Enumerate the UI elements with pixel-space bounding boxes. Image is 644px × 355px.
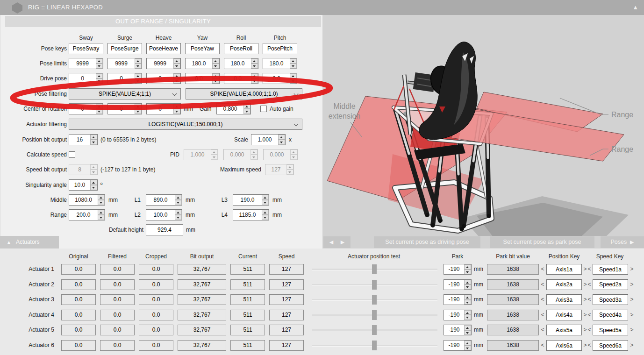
actuator-position-slider[interactable]: [312, 310, 437, 320]
gain-spinner[interactable]: 0.800: [216, 103, 251, 114]
auto-gain-checkbox[interactable]: [260, 106, 267, 112]
speed-key-input[interactable]: [593, 294, 628, 305]
speed-key-prev-icon[interactable]: <: [587, 310, 592, 320]
spin-down-icon[interactable]: [96, 109, 103, 114]
speed-key-input[interactable]: [593, 340, 628, 351]
spin-up-icon[interactable]: [173, 58, 180, 64]
slider-handle[interactable]: [372, 280, 377, 290]
speed-key-input[interactable]: [593, 325, 628, 335]
spin-down-icon[interactable]: [464, 270, 471, 275]
park-spinner[interactable]: -190: [444, 279, 472, 290]
spin-down-icon[interactable]: [464, 315, 471, 320]
l4-spinner[interactable]: 1185.0: [233, 209, 269, 220]
spin-up-icon[interactable]: [464, 295, 471, 300]
previous-pose-icon[interactable]: ◀: [326, 236, 337, 248]
slider-handle[interactable]: [372, 295, 377, 305]
spin-down-icon[interactable]: [175, 200, 182, 205]
spin-up-icon[interactable]: [98, 210, 105, 215]
position-key-input[interactable]: [546, 279, 582, 290]
speed-key-next-icon[interactable]: >: [630, 294, 634, 305]
park-spinner[interactable]: -190: [444, 294, 472, 305]
pose-filter-2-dropdown[interactable]: SPIKE(VALUE;4.000;1;1.0): [186, 88, 302, 99]
position-key-input[interactable]: [546, 340, 582, 351]
spin-up-icon[interactable]: [464, 280, 471, 285]
speed-key-input[interactable]: [593, 279, 628, 290]
drive-pose-heave-spinner[interactable]: 0: [146, 73, 181, 84]
pose-key-pitch-input[interactable]: [263, 43, 297, 54]
spin-up-icon[interactable]: [212, 58, 219, 64]
spin-down-icon[interactable]: [251, 78, 258, 84]
drive-pose-pitch-spinner[interactable]: 0.0: [263, 73, 297, 84]
pose-limit-pitch-spinner[interactable]: 180.0: [263, 58, 297, 69]
speed-key-input[interactable]: [593, 264, 628, 275]
pose-filter-1-dropdown[interactable]: SPIKE(VALUE;4;1;1): [69, 88, 181, 99]
middle-spinner[interactable]: 1080.0: [69, 194, 105, 206]
spin-up-icon[interactable]: [262, 210, 269, 215]
spin-down-icon[interactable]: [135, 64, 142, 69]
position-key-prev-icon[interactable]: <: [540, 325, 545, 335]
spin-down-icon[interactable]: [98, 200, 105, 205]
drive-pose-roll-spinner[interactable]: 0.0: [224, 73, 258, 84]
scale-spinner[interactable]: 1.000: [251, 134, 286, 145]
position-bit-output-spinner[interactable]: 16: [69, 134, 98, 145]
spin-down-icon[interactable]: [175, 215, 182, 220]
spin-down-icon[interactable]: [464, 284, 471, 290]
center-rotation-z-spinner[interactable]: 0: [146, 103, 181, 114]
spin-up-icon[interactable]: [175, 195, 182, 200]
default-height-input[interactable]: [146, 224, 183, 235]
speed-key-prev-icon[interactable]: <: [587, 264, 592, 275]
spin-up-icon[interactable]: [90, 180, 97, 185]
spin-up-icon[interactable]: [243, 104, 250, 109]
pose-key-surge-input[interactable]: [107, 43, 142, 54]
spin-down-icon[interactable]: [251, 64, 258, 69]
spin-down-icon[interactable]: [212, 78, 219, 84]
speed-key-prev-icon[interactable]: <: [587, 294, 592, 305]
spin-up-icon[interactable]: [290, 73, 297, 78]
set-park-pose-button[interactable]: Set current pose as park pose: [490, 236, 594, 248]
collapse-window-icon[interactable]: ▲: [632, 0, 638, 15]
pose-limit-yaw-spinner[interactable]: 180.0: [185, 58, 220, 69]
l3-spinner[interactable]: 190.0: [233, 194, 269, 206]
actuator-position-slider[interactable]: [312, 340, 437, 351]
spin-down-icon[interactable]: [464, 330, 471, 335]
spin-up-icon[interactable]: [251, 73, 258, 78]
pose-key-yaw-input[interactable]: [185, 43, 220, 54]
spin-up-icon[interactable]: [251, 58, 258, 64]
spin-down-icon[interactable]: [278, 140, 285, 145]
speed-key-next-icon[interactable]: >: [630, 279, 634, 290]
tab-actuators[interactable]: ▲Actuators: [0, 236, 59, 248]
drive-pose-yaw-spinner[interactable]: 0.0: [185, 73, 220, 84]
park-spinner[interactable]: -190: [444, 325, 472, 335]
park-spinner[interactable]: -190: [444, 310, 472, 320]
speed-key-prev-icon[interactable]: <: [587, 340, 592, 351]
position-key-prev-icon[interactable]: <: [540, 294, 545, 305]
position-key-input[interactable]: [546, 325, 582, 335]
speed-key-prev-icon[interactable]: <: [587, 325, 592, 335]
park-spinner[interactable]: -190: [444, 340, 472, 351]
position-key-input[interactable]: [546, 294, 582, 305]
pose-limit-heave-spinner[interactable]: 9999: [146, 58, 181, 69]
spin-up-icon[interactable]: [135, 73, 142, 78]
spin-up-icon[interactable]: [135, 58, 142, 64]
set-driving-pose-button[interactable]: Set current pose as driving pose: [374, 236, 480, 248]
pose-limit-sway-spinner[interactable]: 9999: [69, 58, 103, 69]
pose-key-sway-input[interactable]: [69, 43, 103, 54]
speed-key-input[interactable]: [593, 310, 628, 320]
pose-key-heave-input[interactable]: [146, 43, 181, 54]
spin-up-icon[interactable]: [175, 210, 182, 215]
spin-up-icon[interactable]: [464, 310, 471, 315]
drive-pose-surge-spinner[interactable]: 0: [107, 73, 142, 84]
slider-handle[interactable]: [372, 325, 377, 335]
spin-down-icon[interactable]: [90, 185, 97, 190]
range-spinner[interactable]: 200.0: [69, 209, 105, 220]
spin-down-icon[interactable]: [98, 215, 105, 220]
spin-up-icon[interactable]: [464, 341, 471, 346]
actuator-position-slider[interactable]: [312, 294, 437, 305]
spin-up-icon[interactable]: [278, 135, 285, 140]
spin-down-icon[interactable]: [96, 64, 103, 69]
collapse-section-icon[interactable]: ▲: [7, 240, 11, 245]
position-key-prev-icon[interactable]: <: [540, 264, 545, 275]
spin-up-icon[interactable]: [290, 58, 297, 64]
position-key-input[interactable]: [546, 264, 582, 275]
spin-down-icon[interactable]: [464, 346, 471, 351]
